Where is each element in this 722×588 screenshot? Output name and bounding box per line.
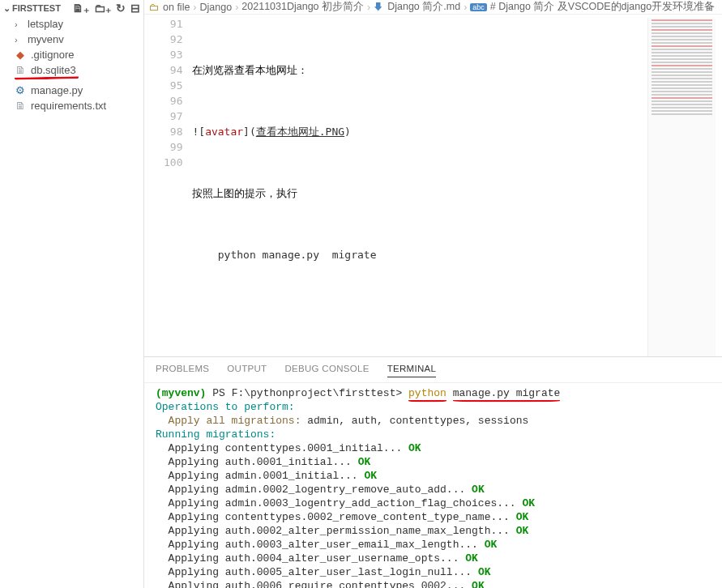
tab-terminal[interactable]: TERMINAL xyxy=(387,364,437,377)
chevron-right-icon: › xyxy=(193,2,196,13)
code-line: python manage.py migrate xyxy=(192,249,376,261)
tree-label: letsplay xyxy=(28,18,63,30)
line-number: 94 xyxy=(164,62,182,78)
line-number: 92 xyxy=(164,32,182,47)
chevron-right-icon: › xyxy=(235,2,238,13)
chevron-right-icon: › xyxy=(367,2,370,13)
folder-icon: 🗀 xyxy=(149,2,160,13)
line-number: 98 xyxy=(164,124,182,139)
chevron-right-icon: › xyxy=(15,19,23,29)
editor[interactable]: 91 92 93 94 95 96 97 98 99 100 在浏览器查看本地网… xyxy=(144,15,722,356)
line-number: 95 xyxy=(164,78,182,93)
gutter: 91 92 93 94 95 96 97 98 99 100 xyxy=(144,15,192,356)
chevron-down-icon: ⌄ xyxy=(3,3,11,14)
explorer-root-label: FIRSTTEST xyxy=(12,3,61,13)
terminal[interactable]: (myvenv) PS F:\pythonproject\firsttest> … xyxy=(144,383,722,588)
code-line: 按照上图的提示，执行 xyxy=(192,187,297,199)
heading-icon: abc xyxy=(470,3,487,11)
line-number: 91 xyxy=(164,16,182,32)
crumb[interactable]: Django xyxy=(200,2,233,13)
new-file-icon[interactable]: 🗎₊ xyxy=(72,2,89,15)
tab-problems[interactable]: PROBLEMS xyxy=(156,364,209,377)
line-number: 97 xyxy=(164,109,182,124)
collapse-icon[interactable]: ⊟ xyxy=(130,2,140,15)
panel-tabs: PROBLEMS OUTPUT DEBUG CONSOLE TERMINAL xyxy=(144,357,722,383)
explorer-sidebar: ⌄ FIRSTTEST 🗎₊ 🗀₊ ↻ ⊟ › letsplay › myven… xyxy=(0,0,144,588)
line-number: 93 xyxy=(164,47,182,62)
crumb[interactable]: on file xyxy=(163,2,190,13)
tree-folder-letsplay[interactable]: › letsplay xyxy=(0,16,143,32)
crumb[interactable]: 20211031Django 初步简介 xyxy=(241,0,364,14)
file-icon: 🗎 xyxy=(15,100,26,112)
tree-file-gitignore[interactable]: ◆ .gitignore xyxy=(0,47,143,62)
chevron-right-icon: › xyxy=(15,35,23,45)
tree-file-requirements[interactable]: 🗎 requirements.txt xyxy=(0,98,143,113)
chevron-right-icon: › xyxy=(464,2,467,13)
tree-file-manage-py[interactable]: ⚙ manage.py xyxy=(0,83,143,98)
code-body[interactable]: 在浏览器查看本地网址： ![avatar](查看本地网址.PNG) 按照上图的提… xyxy=(192,15,376,356)
tree-label: myvenv xyxy=(28,33,64,45)
gitignore-icon: ◆ xyxy=(15,49,26,61)
tab-output[interactable]: OUTPUT xyxy=(227,364,267,377)
tree-label: .gitignore xyxy=(31,49,74,61)
tree-folder-myvenv[interactable]: › myvenv xyxy=(0,32,143,47)
tree-label: requirements.txt xyxy=(31,100,106,112)
breadcrumb[interactable]: 🗀 on file › Django › 20211031Django 初步简介… xyxy=(144,0,722,15)
explorer-root-header[interactable]: ⌄ FIRSTTEST 🗎₊ 🗀₊ ↻ ⊟ xyxy=(0,0,143,16)
line-number: 99 xyxy=(164,139,182,155)
crumb[interactable]: # Django 简介 及VSCODE的django开发环境准备 xyxy=(490,0,715,14)
minimap[interactable] xyxy=(647,18,716,356)
python-icon: ⚙ xyxy=(15,84,26,96)
new-folder-icon[interactable]: 🗀₊ xyxy=(94,2,111,15)
tree-label: db.sqlite3 xyxy=(31,64,76,76)
file-icon: 🗎 xyxy=(15,64,26,76)
markdown-icon: 🡇 xyxy=(374,2,384,13)
line-number: 100 xyxy=(164,155,182,170)
tree-label: manage.py xyxy=(31,84,83,96)
refresh-icon[interactable]: ↻ xyxy=(116,2,126,15)
code-line: 在浏览器查看本地网址： xyxy=(192,64,308,76)
tree-file-db-sqlite3[interactable]: 🗎 db.sqlite3 xyxy=(0,62,143,78)
tab-debug-console[interactable]: DEBUG CONSOLE xyxy=(284,364,369,377)
crumb[interactable]: Django 简介.md xyxy=(387,0,460,14)
line-number: 96 xyxy=(164,93,182,109)
